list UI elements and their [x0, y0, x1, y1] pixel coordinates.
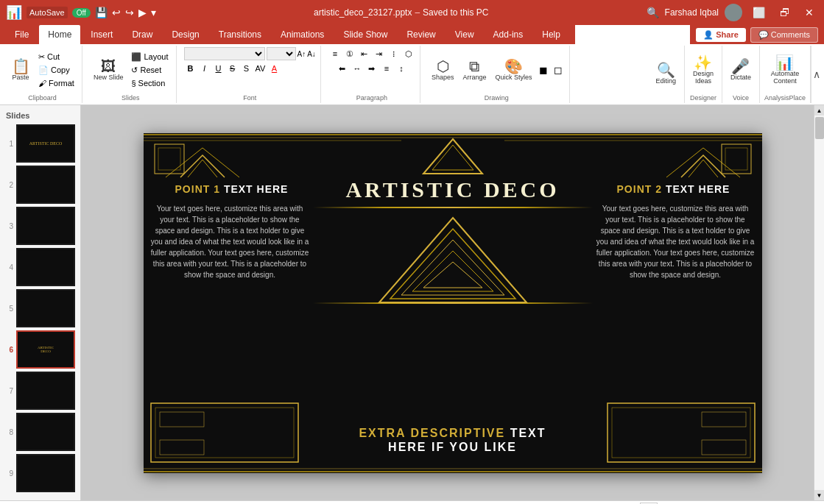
cut-button[interactable]: ✂ Cut	[35, 51, 77, 63]
font-color-button[interactable]: A	[268, 62, 281, 75]
bold-button[interactable]: B	[184, 62, 197, 75]
slide-thumb-4[interactable]	[16, 248, 75, 286]
shape-outline-button[interactable]: ◻	[552, 63, 565, 77]
tab-help[interactable]: Help	[533, 25, 569, 44]
columns-button[interactable]: ⫶	[387, 47, 401, 60]
group-slides: 🖼 New Slide ⬛ Layout ↺ Reset § Section S…	[85, 46, 177, 103]
slide-canvas[interactable]: POINT 1 TEXT HERE ARTISTIC DECO POINT 2 …	[144, 133, 762, 473]
tab-home[interactable]: Home	[39, 25, 80, 44]
automate-button[interactable]: 📊 AutomateContent	[767, 53, 803, 87]
share-label: Share	[716, 30, 739, 39]
editing-button[interactable]: 🔍 Editing	[652, 60, 680, 87]
justify-button[interactable]: ≡	[380, 62, 393, 75]
slide-thumb-8[interactable]	[16, 413, 75, 451]
slide-thumb-5[interactable]	[16, 289, 75, 327]
canvas-area: POINT 1 TEXT HERE ARTISTIC DECO POINT 2 …	[81, 105, 824, 500]
svg-rect-23	[702, 412, 746, 427]
line-spacing-button[interactable]: ↕	[395, 62, 408, 75]
copy-button[interactable]: 📄 Copy	[35, 64, 77, 77]
tab-view[interactable]: View	[446, 25, 483, 44]
tab-slideshow[interactable]: Slide Show	[334, 25, 396, 44]
shape-fill-button[interactable]: ◼	[537, 63, 550, 77]
minimize-button[interactable]: ⬜	[748, 5, 770, 20]
tab-insert[interactable]: Insert	[82, 25, 122, 44]
format-painter-button[interactable]: 🖌 Format	[35, 77, 77, 89]
strikethrough-button[interactable]: S	[226, 62, 239, 75]
tab-review[interactable]: Review	[398, 25, 444, 44]
align-left-button[interactable]: ⬅	[336, 62, 349, 75]
paragraph-controls: ≡ ① ⇤ ⇥ ⫶ ⬡ ⬅ ↔ ➡ ≡ ↕	[328, 47, 415, 93]
redo-icon[interactable]: ↪	[125, 7, 134, 18]
italic-button[interactable]: I	[198, 62, 211, 75]
underline-button[interactable]: U	[212, 62, 225, 75]
scroll-thumb[interactable]	[815, 117, 824, 139]
align-right-button[interactable]: ➡	[365, 62, 378, 75]
scroll-up-button[interactable]: ▲	[814, 105, 824, 116]
dictate-button[interactable]: 🎤 Dictate	[727, 57, 755, 83]
font-name-select[interactable]	[184, 47, 265, 60]
numbering-button[interactable]: ①	[343, 47, 356, 60]
analysis-label: AnalysisPlace	[764, 93, 806, 102]
smart-art-button[interactable]: ⬡	[402, 47, 415, 60]
para-row2: ⬅ ↔ ➡ ≡ ↕	[336, 62, 408, 75]
shapes-button[interactable]: ⬡ Shapes	[428, 57, 458, 83]
shrink-icon[interactable]: A↓	[307, 50, 316, 58]
search-icon[interactable]: 🔍	[647, 7, 659, 18]
share-button[interactable]: 👤 Share	[696, 28, 746, 42]
tab-file[interactable]: File	[6, 25, 38, 44]
align-center-button[interactable]: ↔	[351, 62, 364, 75]
slide-thumb-3[interactable]	[16, 207, 75, 245]
svg-marker-13	[412, 251, 493, 291]
quick-styles-label: Quick Styles	[495, 74, 532, 81]
main-area: Slides 1 ARTISTIC DECO 2 3 4	[0, 105, 824, 500]
bullets-button[interactable]: ≡	[328, 47, 342, 60]
grow-icon[interactable]: A↑	[297, 50, 306, 58]
undo-icon[interactable]: ↩	[112, 7, 121, 18]
group-voice: 🎤 Dictate Voice	[722, 46, 760, 103]
collapse-ribbon-button[interactable]: ∧	[811, 46, 821, 103]
present-icon[interactable]: ▶	[138, 7, 147, 18]
restore-button[interactable]: 🗗	[775, 5, 795, 20]
more-icon[interactable]: ▾	[151, 7, 156, 18]
scroll-track[interactable]	[814, 116, 824, 490]
list-item: 1 ARTISTIC DECO	[3, 124, 77, 163]
font-size-select[interactable]	[267, 47, 296, 60]
slide-thumb-6[interactable]: ARTISTICDECO	[16, 330, 75, 369]
comments-label: Comments	[771, 30, 810, 39]
section-button[interactable]: § Section	[128, 77, 171, 89]
charspace-button[interactable]: AV	[254, 62, 267, 75]
tab-animations[interactable]: Animations	[272, 25, 333, 44]
design-ideas-icon: ✨	[694, 55, 712, 70]
scroll-down-button[interactable]: ▼	[814, 490, 824, 500]
tab-design[interactable]: Design	[163, 25, 208, 44]
comments-button[interactable]: 💬 Comments	[750, 27, 818, 43]
quick-styles-button[interactable]: 🎨 Quick Styles	[491, 57, 535, 83]
indent-less-button[interactable]: ⇤	[358, 47, 371, 60]
new-slide-button[interactable]: 🖼 New Slide	[90, 57, 127, 83]
arrange-button[interactable]: ⧉ Arrange	[459, 57, 490, 83]
save-icon[interactable]: 💾	[95, 7, 108, 18]
point2-white: TEXT HERE	[666, 183, 730, 195]
bottom-text-white: TEXT	[510, 427, 546, 439]
list-item: 4	[3, 248, 77, 286]
reset-button[interactable]: ↺ Reset	[128, 64, 171, 77]
tab-transitions[interactable]: Transitions	[210, 25, 270, 44]
svg-marker-3	[432, 145, 473, 170]
indent-more-button[interactable]: ⇥	[373, 47, 386, 60]
tab-draw[interactable]: Draw	[123, 25, 161, 44]
list-item: 8	[3, 413, 77, 451]
slide-thumb-7[interactable]	[16, 372, 75, 410]
paste-button[interactable]: 📋 Paste	[7, 57, 34, 83]
paragraph-label: Paragraph	[356, 93, 387, 102]
tab-addins[interactable]: Add-ins	[485, 25, 532, 44]
slide-thumb-1[interactable]: ARTISTIC DECO	[16, 124, 75, 163]
close-button[interactable]: ✕	[800, 5, 818, 20]
svg-marker-11	[390, 229, 515, 299]
design-ideas-button[interactable]: ✨ DesignIdeas	[689, 53, 717, 87]
slide-thumb-2[interactable]	[16, 166, 75, 204]
slide-thumb-9[interactable]	[16, 454, 75, 492]
autosave-toggle[interactable]: Off	[72, 8, 91, 18]
slides-buttons: 🖼 New Slide ⬛ Layout ↺ Reset § Section	[90, 47, 172, 93]
layout-button[interactable]: ⬛ Layout	[128, 51, 171, 63]
shadow-button[interactable]: S	[240, 62, 253, 75]
